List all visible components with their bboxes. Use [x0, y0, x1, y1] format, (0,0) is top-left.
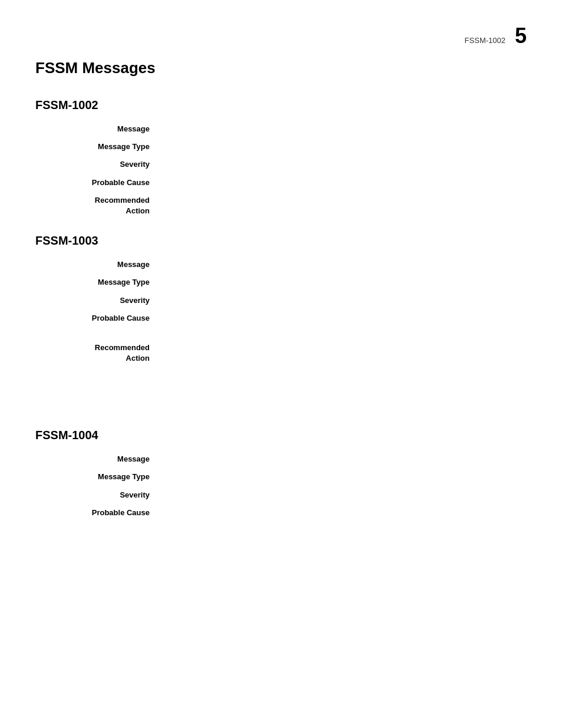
- section-title-fssm-1003: FSSM-1003: [35, 234, 527, 248]
- field-label-probablecause-1003: Probable Cause: [35, 313, 159, 324]
- field-label-probablecause-1002: Probable Cause: [35, 177, 159, 188]
- field-value-severity-1002: [159, 159, 527, 170]
- field-row-probablecause-1002: Probable Cause: [35, 177, 527, 188]
- field-label-message-1004: Message: [35, 454, 159, 465]
- field-value-probablecause-1004: [159, 508, 527, 518]
- field-label-recommendedaction-1003: RecommendedAction: [35, 342, 159, 364]
- header-page-number: 5: [515, 24, 527, 48]
- field-label-messagetype-1002: Message Type: [35, 141, 159, 152]
- section-fssm-1002: FSSM-1002 Message Message Type Severity …: [35, 98, 527, 216]
- field-row-message-1002: Message: [35, 124, 527, 134]
- field-value-probablecause-1002: [159, 177, 527, 188]
- field-label-messagetype-1004: Message Type: [35, 472, 159, 482]
- page-header: FSSM-1002 5: [465, 24, 527, 48]
- section-fssm-1003: FSSM-1003 Message Message Type Severity …: [35, 234, 527, 364]
- field-value-severity-1004: [159, 490, 527, 500]
- field-value-probablecause-1003: [159, 313, 527, 324]
- field-row-message-1003: Message: [35, 259, 527, 270]
- field-value-recommendedaction-1003: [159, 342, 527, 364]
- field-row-probablecause-1003: Probable Cause: [35, 313, 527, 324]
- field-row-severity-1002: Severity: [35, 159, 527, 170]
- field-label-severity-1003: Severity: [35, 295, 159, 306]
- field-row-severity-1004: Severity: [35, 490, 527, 500]
- header-code: FSSM-1002: [465, 36, 505, 45]
- field-label-probablecause-1004: Probable Cause: [35, 508, 159, 518]
- field-label-severity-1002: Severity: [35, 159, 159, 170]
- field-value-message-1004: [159, 454, 527, 465]
- field-row-messagetype-1004: Message Type: [35, 472, 527, 482]
- field-value-severity-1003: [159, 295, 527, 306]
- field-row-probablecause-1004: Probable Cause: [35, 508, 527, 518]
- field-value-messagetype-1002: [159, 141, 527, 152]
- spacer-between-1003-1004: [35, 381, 527, 429]
- field-label-severity-1004: Severity: [35, 490, 159, 500]
- section-fssm-1004: FSSM-1004 Message Message Type Severity …: [35, 429, 527, 518]
- field-row-message-1004: Message: [35, 454, 527, 465]
- field-value-messagetype-1004: [159, 472, 527, 482]
- page-content: FSSM Messages FSSM-1002 Message Message …: [0, 0, 562, 571]
- field-label-messagetype-1003: Message Type: [35, 277, 159, 288]
- field-row-messagetype-1003: Message Type: [35, 277, 527, 288]
- field-row-messagetype-1002: Message Type: [35, 141, 527, 152]
- field-row-recommendedaction-1002: RecommendedAction: [35, 195, 527, 216]
- field-row-severity-1003: Severity: [35, 295, 527, 306]
- section-title-fssm-1002: FSSM-1002: [35, 98, 527, 112]
- field-value-message-1002: [159, 124, 527, 134]
- section-title-fssm-1004: FSSM-1004: [35, 429, 527, 442]
- field-value-message-1003: [159, 259, 527, 270]
- field-label-message-1002: Message: [35, 124, 159, 134]
- field-label-message-1003: Message: [35, 259, 159, 270]
- main-title: FSSM Messages: [35, 59, 527, 77]
- field-value-recommendedaction-1002: [159, 195, 527, 216]
- field-row-recommendedaction-1003: RecommendedAction: [35, 342, 527, 364]
- field-label-recommendedaction-1002: RecommendedAction: [35, 195, 159, 216]
- field-value-messagetype-1003: [159, 277, 527, 288]
